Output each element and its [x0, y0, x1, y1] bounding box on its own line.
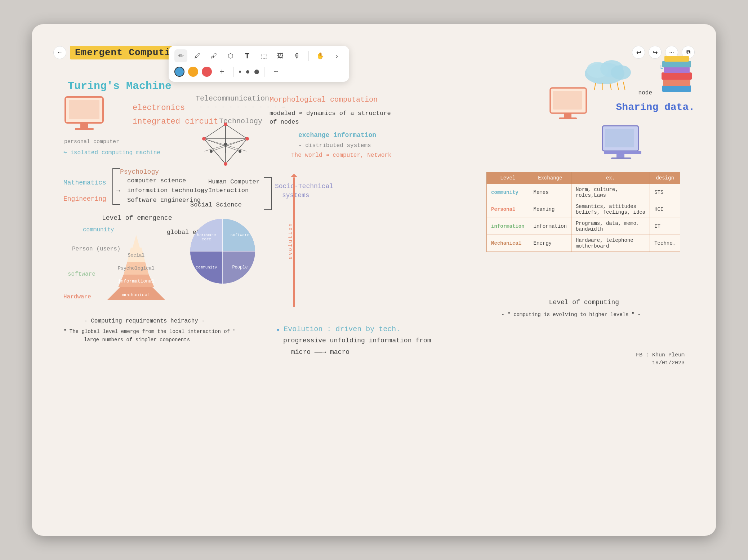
computing-req-label: - Computing requirements heirachy -: [84, 318, 205, 324]
evolution-text: Evolution : driven by tech.: [284, 325, 400, 333]
svg-line-39: [610, 83, 612, 90]
exchange-info-label: exchange information: [298, 132, 376, 139]
svg-line-35: [594, 83, 596, 90]
toolbar-divider2: [233, 67, 234, 77]
micro-macro-label: micro ——→ macro: [291, 348, 349, 356]
select-tool[interactable]: ⬚: [257, 49, 270, 62]
svg-text:People: People: [232, 265, 248, 270]
computer-science-label: computer science: [127, 177, 186, 184]
pen-tool[interactable]: 🖊: [191, 49, 204, 62]
evolution-vertical-label: evolution: [288, 222, 293, 259]
level-information: information: [487, 218, 529, 235]
svg-rect-50: [664, 56, 689, 62]
turing-machine-label: Turing's Machine: [68, 80, 172, 92]
color-red[interactable]: [202, 67, 212, 77]
svg-rect-46: [663, 79, 690, 86]
svg-rect-29: [616, 154, 624, 157]
svg-marker-58: [133, 235, 140, 248]
more-tools-button[interactable]: ›: [330, 49, 343, 62]
svg-rect-27: [605, 129, 634, 147]
color-blue[interactable]: [174, 67, 184, 77]
eraser-tool[interactable]: ⬡: [224, 49, 237, 62]
information-tech-label: information technology: [127, 187, 208, 194]
level-computing-label: Level of computing: [549, 299, 619, 306]
modeled-label: modeled ≈ dynamics of a structure: [270, 110, 391, 117]
pencil-tool[interactable]: ✏: [174, 49, 187, 62]
toolbar-divider: [308, 51, 309, 61]
svg-rect-1: [69, 100, 99, 119]
image-tool[interactable]: 🖼: [274, 49, 287, 62]
social-science-label: Social Science: [190, 201, 242, 208]
evolution-label: ● Evolution : driven by tech.: [277, 325, 400, 333]
monitor-right-orange: [549, 87, 592, 127]
svg-rect-48: [664, 67, 690, 73]
ex-personal: Semantics, attitudesbeliefs, feelings, i…: [571, 201, 650, 218]
node-label: node: [638, 90, 652, 96]
add-color-button[interactable]: +: [215, 65, 228, 78]
toolbar-colors-row: + ~: [174, 65, 343, 78]
stroke-large[interactable]: [254, 70, 259, 74]
toolbar: ✏ 🖊 🖋 ⬡ T ⬚ 🖼 🎙 ✋ › + ~: [169, 46, 349, 82]
socio-technical-label: Socio-Technical: [275, 183, 333, 190]
svg-text:software: software: [231, 233, 250, 237]
morphological-label: Morphological computation: [270, 95, 378, 104]
book-stack: [659, 53, 695, 98]
electronics-label: electronics: [133, 103, 185, 112]
svg-line-41: [617, 83, 619, 90]
telecom-label: Telecommunication: [196, 94, 269, 103]
ex-information: Programs, data, memo.bandwidth: [571, 218, 650, 235]
marker-tool[interactable]: 🖋: [208, 49, 221, 62]
mic-tool[interactable]: 🎙: [290, 49, 303, 62]
svg-point-20: [210, 150, 213, 153]
of-nodes-label: of nodes: [270, 119, 299, 125]
level-personal: Personal: [487, 201, 529, 218]
svg-line-43: [623, 82, 625, 90]
wave-button[interactable]: ~: [270, 65, 282, 78]
color-orange[interactable]: [188, 67, 198, 77]
svg-line-5: [204, 124, 226, 139]
table-header-design: design: [650, 172, 680, 184]
bracket-left: [111, 166, 122, 206]
arrow-1: →: [116, 187, 120, 194]
engineering-label: Engineering: [63, 195, 106, 203]
hand-tool[interactable]: ✋: [314, 49, 327, 62]
exchange-information: information: [529, 218, 571, 235]
table-row-community: community Memes Norm, culture,roles,Laws…: [487, 184, 680, 201]
stroke-small[interactable]: [239, 71, 241, 73]
table-header-exchange: Exchange: [529, 172, 571, 184]
software-engineering-label: Software Engineering: [127, 197, 201, 204]
toolbar-tools-row: ✏ 🖊 🖋 ⬡ T ⬚ 🖼 🎙 ✋ ›: [174, 49, 343, 62]
bracket-right: [262, 175, 273, 212]
svg-marker-70: [290, 174, 298, 177]
cloud-illustration: [583, 54, 648, 92]
stroke-medium[interactable]: [246, 70, 249, 74]
svg-text:Psychological: Psychological: [118, 266, 155, 271]
svg-point-16: [245, 137, 249, 141]
arrow-2: →: [199, 187, 203, 194]
svg-text:community: community: [196, 265, 217, 270]
level-emergence-label: Level of emergence: [102, 214, 172, 222]
svg-point-17: [202, 137, 206, 141]
global-quote-label: " The global level emerge from the local…: [63, 329, 236, 334]
exchange-meaning: Meaning: [529, 201, 571, 218]
world-computer-label: The world ≈ computer, Network: [291, 152, 391, 159]
ex-mechanical: Hardware, telephonemotherboard: [571, 235, 650, 252]
sharing-data-label: Sharing data.: [616, 102, 695, 113]
svg-text:mechanical: mechanical: [122, 292, 150, 298]
software-label: software: [68, 271, 95, 277]
canvas-content: Turing's Machine personal computer ↪ iso…: [32, 24, 716, 536]
svg-line-4: [226, 124, 247, 139]
computing-evolving-label: - " computing is evolving to higher leve…: [502, 312, 641, 317]
psychology-label: Psychology: [120, 168, 159, 175]
text-tool[interactable]: T: [241, 49, 254, 62]
isolated-machine-label: ↪ isolated computing machine: [63, 149, 160, 156]
interaction-label: Interaction: [208, 187, 249, 194]
svg-text:Social: Social: [128, 253, 145, 258]
level-mechanical: Mechanical: [487, 235, 529, 252]
exchange-energy: Energy: [529, 235, 571, 252]
svg-text:informational: informational: [118, 279, 155, 284]
telecom-arrow: - - - - - - - - - - - →: [199, 104, 285, 110]
svg-rect-2: [80, 123, 88, 128]
pyramid-figure: mechanical informational Psychological S…: [95, 228, 178, 309]
design-techno: Techno.: [650, 235, 680, 252]
